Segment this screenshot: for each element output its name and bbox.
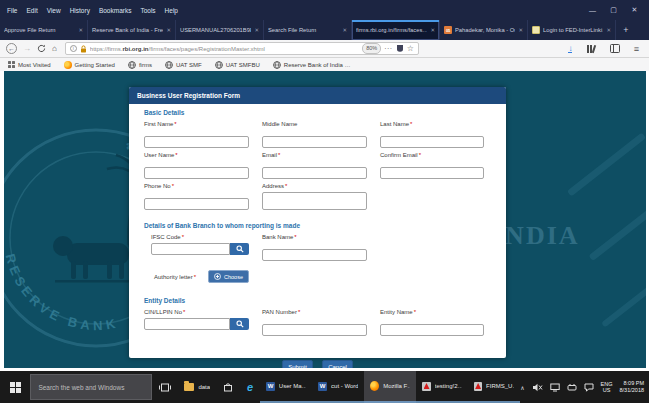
taskbar-item-pdf-testing[interactable]: testing!2… [416,371,468,403]
tab-rbi-freq[interactable]: Reserve Bank of India - Freq… ✕ [88,20,176,40]
required-marker: * [278,152,280,158]
site-info-icon[interactable]: i [70,45,77,52]
reload-icon[interactable] [37,44,46,53]
forward-button[interactable]: → [23,45,31,53]
cin-search-button[interactable] [230,318,249,330]
taskbar-item-pdf-firms[interactable]: FIRMS_U… [468,371,520,403]
ifsc-search-button[interactable] [230,243,249,255]
entity-name-input[interactable] [380,324,484,336]
menu-history[interactable]: History [70,7,90,14]
menu-file[interactable]: File [7,7,17,14]
browser-viewport: RESERVE BANK भारतीय [0,71,649,371]
choose-file-button[interactable]: Choose [208,270,249,283]
bookmark-uat-smfbu[interactable]: UAT SMFBU [215,61,260,69]
navigation-bar: ← → ⌂ i https://firms.rbi.org.in/firms/f… [0,40,649,58]
tab-close-icon[interactable]: ✕ [254,27,259,33]
last-name-input[interactable] [380,136,484,148]
start-button[interactable] [0,371,30,403]
network-display-icon[interactable] [550,383,560,392]
menu-icon[interactable]: ≡ [634,44,639,54]
ifsc-code-input[interactable] [151,243,230,255]
new-tab-button[interactable]: + [616,20,636,40]
menu-view[interactable]: View [47,7,61,14]
task-view-button[interactable] [152,371,178,403]
taskbar-search[interactable] [30,374,152,400]
sidebar-icon[interactable] [610,44,620,53]
task-view-icon [159,383,171,392]
middle-name-input[interactable] [262,136,367,148]
middle-name-label: Middle Name [262,121,367,128]
library-icon[interactable] [586,40,595,58]
maximize-button[interactable]: ▢ [603,6,624,14]
taskbar-item-internet-explorer[interactable]: e [240,371,260,403]
clock[interactable]: 8:09 PM8/31/2018 [620,380,644,394]
minimize-button[interactable]: — [582,7,603,14]
taskbar-item-word-cut[interactable]: W cut - Word [312,371,364,403]
address-input[interactable] [262,192,367,210]
close-button[interactable]: ✕ [624,6,645,14]
tab-outlook-mail[interactable]: 05 Pahadekar, Monika - Ou… ✕ [440,20,528,40]
url-text[interactable]: https://firms.rbi.org.in/firms/faces/pag… [90,46,359,52]
tab-fed-interlink-login[interactable]: Login to FED-InterLinki… ✕ [528,20,616,40]
email-input[interactable] [262,167,367,179]
back-button[interactable]: ← [6,43,17,54]
bookmark-uat-smf[interactable]: UAT SMF [165,61,202,69]
phone-no-field: Phone No* [144,183,249,214]
bookmark-most-visited[interactable]: Most Visited [8,61,51,68]
search-icon [236,320,244,328]
zoom-level-badge[interactable]: 80% [362,43,381,54]
firefox-icon [64,61,72,69]
submit-button[interactable]: Submit [282,360,313,368]
cin-llpin-input[interactable] [144,318,230,330]
taskbar-item-firefox[interactable]: Mozilla F… [364,371,416,403]
bookmark-rbi[interactable]: Reserve Bank of India … [273,61,351,69]
taskbar-item-word-user-manual[interactable]: W User Ma… [260,371,312,403]
downloads-icon[interactable]: ↓ [568,45,572,53]
required-marker: * [182,234,184,240]
pocket-icon[interactable] [396,44,404,53]
menu-tools[interactable]: Tools [140,7,155,14]
home-icon[interactable]: ⌂ [52,45,57,53]
bookmark-firms[interactable]: firms [128,61,152,69]
page-favicon [532,26,540,34]
ifsc-code-field: IFSC Code* [144,234,249,261]
taskbar-item-data-folder[interactable]: data [178,371,216,403]
bank-name-input[interactable] [262,249,367,261]
menu-help[interactable]: Help [165,7,178,14]
language-indicator[interactable]: ENGUS [601,381,613,394]
tab-close-icon[interactable]: ✕ [430,27,435,33]
tab-close-icon[interactable]: ✕ [342,27,347,33]
required-marker: * [298,309,300,315]
tab-usermanual[interactable]: USERMANUAL2706201B9EI… ✕ [176,20,264,40]
pan-number-input[interactable] [262,324,367,336]
pan-number-field: PAN Number* [262,309,367,336]
action-center-icon[interactable] [584,383,594,392]
user-name-input[interactable] [144,167,249,179]
hardware-icon[interactable] [567,383,577,392]
ifsc-code-label: IFSC Code* [151,234,249,241]
tab-approve-file-return[interactable]: Approve File Return ✕ [0,20,88,40]
confirm-email-label: Confirm Email* [380,152,484,159]
taskbar-item-store[interactable] [216,371,240,403]
first-name-input[interactable] [144,136,249,148]
tab-close-icon[interactable]: ✕ [606,27,611,33]
url-bar[interactable]: i https://firms.rbi.org.in/firms/faces/p… [65,42,419,55]
confirm-email-input[interactable] [380,167,484,179]
phone-no-input[interactable] [144,198,249,210]
cancel-button[interactable]: Cancel [322,360,353,368]
tab-close-icon[interactable]: ✕ [518,27,523,33]
tray-expand-icon[interactable]: ∧ [520,384,524,391]
tab-close-icon[interactable]: ✕ [78,27,83,33]
taskbar-search-input[interactable] [31,383,151,392]
tab-close-icon[interactable]: ✕ [166,27,171,33]
first-name-label: First Name* [144,121,249,128]
tab-search-file-return[interactable]: Search File Return ✕ [264,20,352,40]
bookmark-getting-started[interactable]: Getting Started [64,61,115,69]
page-actions-icon[interactable]: ··· [384,45,393,52]
tab-firms-registration-active[interactable]: firms.rbi.org.in/firms/faces… ✕ [352,20,440,40]
bookmark-star-icon[interactable]: ☆ [407,44,414,53]
windows-taskbar: data e W User Ma… W cut - Word Mozilla F… [0,371,649,403]
menu-edit[interactable]: Edit [26,7,37,14]
menu-bookmarks[interactable]: Bookmarks [99,7,132,14]
volume-muted-icon[interactable] [532,383,543,392]
